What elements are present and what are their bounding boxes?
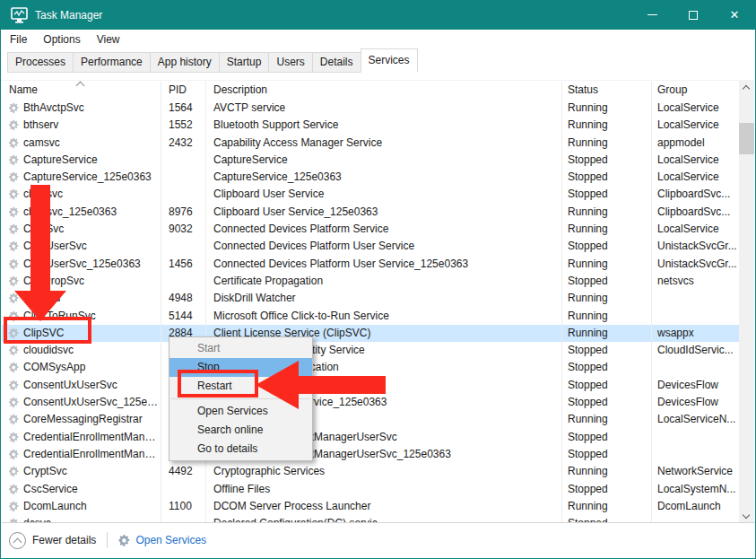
service-group: UnistackSvcGr... [657,256,742,273]
close-button[interactable]: ✕ [714,1,755,29]
column-header-description[interactable]: Description [213,83,267,96]
service-status: Running [568,463,648,480]
tab-processes[interactable]: Processes [7,52,74,73]
tab-app-history[interactable]: App history [150,52,220,73]
service-description: AVCTP service [213,100,560,117]
tab-details[interactable]: Details [312,52,361,73]
chevron-down-icon [743,511,750,519]
service-group: netsvcs [657,273,742,290]
service-pid [169,481,204,498]
service-row-camsvc[interactable]: camsvc2432Capability Access Manager Serv… [2,135,742,152]
menu-item-options[interactable]: Options [35,31,88,48]
service-gear-icon [7,102,19,114]
service-description: Certificate Propagation [213,273,560,290]
scroll-up-button[interactable] [739,80,754,95]
column-header-name[interactable]: Name [9,83,38,96]
service-row-cdpsvc[interactable]: CDPSvc9032Connected Devices Platform Ser… [2,221,742,238]
gridline [161,82,161,524]
service-description: DCOM Server Process Launcher [213,498,560,515]
service-row-bthserv[interactable]: bthserv1552Bluetooth Support ServiceRunn… [2,117,742,134]
service-row-credentialenrollmentmana-[interactable]: CredentialEnrollmentMana...CredentialEnr… [2,429,742,446]
service-description: Cryptographic Services [213,463,560,480]
service-group: ClipboardSvc... [657,204,742,221]
tab-users[interactable]: Users [268,52,312,73]
service-status: Stopped [568,481,648,498]
service-row-clicktorunsvc[interactable]: ClickToRunSvc5144Microsoft Office Click-… [2,308,742,325]
column-header-status[interactable]: Status [568,83,598,96]
maximize-button[interactable] [673,1,714,29]
service-description: CaptureService_125e0363 [213,169,560,186]
service-pid [169,273,204,290]
service-gear-icon [7,171,19,183]
service-status: Stopped [568,169,648,186]
open-services-link[interactable]: Open Services [117,534,206,547]
service-row-bthavctpsvc[interactable]: BthAvctpSvc1564AVCTP serviceRunningLocal… [2,100,742,117]
service-row-captureservice-125e0363[interactable]: CaptureService_125e0363CaptureService_12… [2,169,742,186]
service-group: LocalService [657,169,742,186]
task-manager-icon [11,7,28,23]
service-status: Running [568,290,648,307]
minimize-button[interactable] [631,1,673,29]
fewer-details-button[interactable]: Fewer details [9,532,96,549]
service-row-cbdhsvc-125e0363[interactable]: cbdhsvc_125e03638976Clipboard User Servi… [2,204,742,221]
service-name: CoreMessagingRegistrar [23,411,160,428]
service-group: LocalService [657,117,742,134]
context-menu-item-search-online[interactable]: Search online [169,421,312,440]
service-group: UnistackSvcGr... [657,238,742,255]
open-services-label: Open Services [135,534,206,546]
service-row-cloudidsvc[interactable]: cloudidsvcMicrosoft Cloud Identity Servi… [2,342,742,359]
vertical-scrollbar[interactable] [739,80,754,524]
services-list: BthAvctpSvc1564AVCTP serviceRunningLocal… [2,100,742,524]
service-description: Connected Devices Platform User Service_… [213,256,560,273]
service-row-clipsvc[interactable]: ClipSVC2884Client License Service (ClipS… [2,325,742,342]
window-controls: ✕ [631,1,755,29]
service-status: Running [568,308,648,325]
service-status: Stopped [568,152,648,169]
service-gear-icon [7,137,19,149]
service-gear-icon [7,432,19,443]
service-row-comsysapp[interactable]: COMSysAppCOM+ System ApplicationStopped [2,359,742,376]
column-header-pid[interactable]: PID [169,83,187,96]
service-name: camsvc [23,135,160,152]
footer-bar: Fewer details Open Services [2,522,756,557]
menu-item-file[interactable]: File [2,31,35,48]
context-menu-item-go-to-details[interactable]: Go to details [169,440,312,459]
tab-startup[interactable]: Startup [219,52,270,73]
minimize-icon [647,14,657,15]
service-row-credentialenrollmentmana-[interactable]: CredentialEnrollmentMana...CredentialEnr… [2,446,742,463]
service-gear-icon [7,154,19,166]
tab-services[interactable]: Services [361,48,418,73]
service-row-cfbackd[interactable]: cfbackd4948DiskDrill WatcherRunning [2,290,742,307]
scrollbar-thumb[interactable] [739,123,754,154]
service-gear-icon [7,397,19,408]
service-name: CscService [23,481,160,498]
service-row-cscservice[interactable]: CscServiceOffline FilesStoppedLocalSyste… [2,481,742,498]
service-group: LocalService [657,100,742,117]
service-status: Running [568,117,648,134]
tab-performance[interactable]: Performance [73,52,151,73]
service-status: Stopped [568,186,648,203]
service-row-dcomlaunch[interactable]: DcomLaunch1100DCOM Server Process Launch… [2,498,742,515]
service-row-cdpusersvc-125e0363[interactable]: CDPUserSvc_125e03631456Connected Devices… [2,256,742,273]
service-row-captureservice[interactable]: CaptureServiceCaptureServiceStoppedLocal… [2,152,742,169]
service-status: Stopped [568,238,648,255]
service-pid: 1456 [169,256,204,273]
services-gear-icon [117,534,130,547]
service-name: ConsentUxUserSvc_125e0363 [23,394,160,411]
service-status: Stopped [568,273,648,290]
service-row-coremessagingregistrar[interactable]: CoreMessagingRegistrarCoreMessagingRunni… [2,411,742,428]
annotation-arrow-left-shaft [297,376,386,394]
service-row-cbdhsvc[interactable]: cbdhsvcClipboard User ServiceStoppedClip… [2,186,742,203]
service-row-cryptsvc[interactable]: CryptSvc4492Cryptographic ServicesRunnin… [2,463,742,480]
menu-item-view[interactable]: View [89,31,128,48]
service-row-consentuxusersvc-125e0363[interactable]: ConsentUxUserSvc_125e0363ConsentUX User … [2,394,742,411]
service-row-cdpusersvc[interactable]: CDPUserSvcConnected Devices Platform Use… [2,238,742,255]
service-group: LocalServiceN... [657,411,742,428]
service-name: ConsentUxUserSvc [23,377,160,394]
service-row-certpropsvc[interactable]: CertPropSvcCertificate PropagationStoppe… [2,273,742,290]
service-description: Connected Devices Platform Service [213,221,560,238]
service-gear-icon [7,449,19,460]
service-gear-icon [7,414,19,425]
service-group [657,308,742,325]
column-header-group[interactable]: Group [657,83,687,96]
